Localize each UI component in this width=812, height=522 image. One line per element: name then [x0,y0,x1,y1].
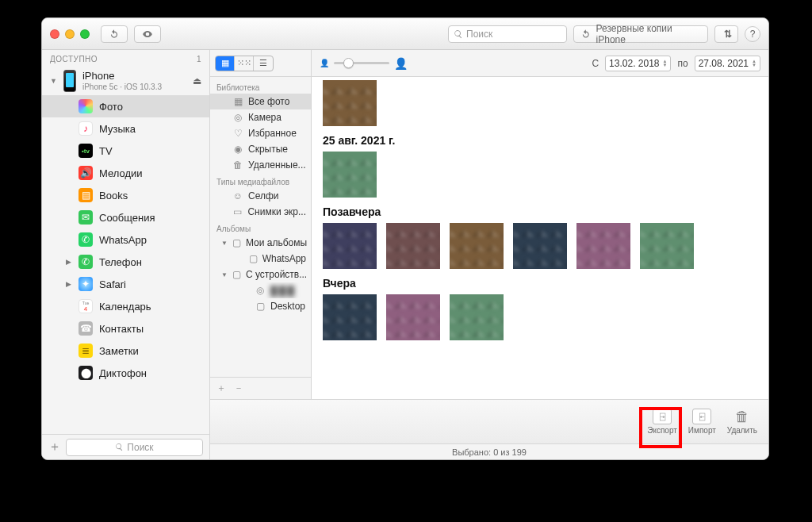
category-ring[interactable]: 🔊Мелодии [42,162,209,184]
chevron-right-icon: ▶ [66,258,72,266]
sidebar-search-placeholder: Поиск [127,442,153,453]
small-grid-view-button[interactable]: ⁙⁙ [235,56,254,71]
library-item[interactable]: ▼▢Мои альбомы [210,235,311,251]
photo-thumbnail[interactable] [513,223,567,269]
photo-thumbnail[interactable] [386,294,440,340]
grid-view-button[interactable]: ▦ [216,56,235,71]
photo-thumbnail[interactable] [640,223,694,269]
library-item-label: Снимки экр... [247,206,306,217]
category-label: Контакты [99,323,144,335]
refresh-button[interactable] [101,25,128,43]
add-button[interactable]: ＋ [48,439,61,455]
library-group-header: Библиотека [210,79,311,94]
library-item-label: Скрытые [248,144,288,155]
photo-thumbnail[interactable] [323,80,377,126]
export-icon: ⍈ [653,409,672,424]
category-books[interactable]: ▤Books [42,184,209,206]
photo-thumbnail[interactable] [323,294,377,340]
category-safari[interactable]: ▶✦Safari [42,273,209,295]
export-label: Экспорт [647,426,677,435]
eject-icon[interactable]: ⏏ [193,75,201,86]
library-item-label: Мои альбомы [246,237,307,248]
import-label: Импорт [688,426,716,435]
library-item[interactable]: ▢Desktop [210,298,311,314]
toolbar-search[interactable]: Поиск [448,25,567,43]
category-contacts[interactable]: ☎Контакты [42,317,209,340]
library-item[interactable]: ◎▓▓▓ [210,282,311,298]
help-button[interactable]: ? [745,26,760,42]
photo-thumbnail[interactable] [323,223,377,269]
category-msg[interactable]: ✉Сообщения [42,206,209,228]
device-sidebar-footer: ＋ Поиск [42,434,209,459]
library-item[interactable]: 🗑Удаленные... [210,157,311,173]
category-cal[interactable]: Tue4Календарь [42,295,209,317]
category-tv[interactable]: •tvTV [42,140,209,162]
zoom-window[interactable] [80,29,90,39]
date-to-stepper[interactable]: ▲▼ [752,59,756,67]
library-item[interactable]: ▭Снимки экр... [210,204,311,220]
library-item-label: Desktop [270,301,305,312]
photo-thumbnail[interactable] [450,223,504,269]
date-to-input[interactable]: 27.08. 2021 ▲▼ [695,56,760,71]
app-window: Поиск Резервные копии iPhone ⇅ ? ДОСТУПН… [41,17,769,460]
device-name: iPhone [82,71,162,82]
date-from-stepper[interactable]: ▲▼ [663,59,668,67]
person-large-icon: 👤 [394,57,408,70]
disclosure-icon: ▼ [221,271,228,278]
library-item[interactable]: ◎Камера [210,109,311,125]
photo-thumbnail[interactable] [576,223,630,269]
backups-dropdown[interactable]: Резервные копии iPhone [573,25,708,43]
thumbnail-row [323,80,757,126]
view-mode-segmented[interactable]: ▦ ⁙⁙ ☰ [215,56,274,71]
settings-button[interactable]: ⇅ [714,25,738,43]
category-label: Календарь [99,301,151,313]
thumbnail-size-slider[interactable]: 👤 👤 [320,57,408,70]
photo-thumbnail[interactable] [450,294,504,340]
date-from-value: 13.02. 2018 [609,58,659,69]
library-item[interactable]: ▼▢С устройств... [210,267,311,282]
view-toolbar: ▦ ⁙⁙ ☰ [210,50,311,77]
add-album-button[interactable]: ＋ [216,382,226,395]
status-bar: Выбрано: 0 из 199 [210,443,768,459]
date-from-input[interactable]: 13.02. 2018 ▲▼ [605,56,671,71]
list-view-button[interactable]: ☰ [254,56,273,71]
date-to-value: 27.08. 2021 [699,58,749,69]
category-voice[interactable]: ⬤Диктофон [42,362,209,384]
device-row[interactable]: ▼ iPhone iPhone 5c · iOS 10.3.3 ⏏ [42,67,209,95]
category-photos[interactable]: Фото [42,95,209,117]
library-item[interactable]: ♡Избранное [210,125,311,141]
remove-album-button[interactable]: － [234,382,243,395]
minimize-window[interactable] [65,29,75,39]
category-notes[interactable]: ≣Заметки [42,340,209,362]
category-label: Books [99,190,128,202]
category-music[interactable]: ♪Музыка [42,117,209,140]
library-item[interactable]: ◉Скрытые [210,141,311,157]
delete-button[interactable]: 🗑 Удалить [727,409,757,435]
folder-icon: ▢ [232,269,241,280]
face-icon: ☺ [232,190,243,202]
window-controls [50,29,90,39]
photo-thumbnail[interactable] [386,223,440,269]
library-item[interactable]: ▢WhatsApp [210,251,311,267]
import-button[interactable]: ⍇ Импорт [688,409,716,435]
search-icon [115,443,124,451]
library-item[interactable]: ☺Селфи [210,188,311,204]
folder-icon: ▢ [249,253,258,264]
photo-thumbnail[interactable] [323,152,377,198]
photo-grid[interactable]: 25 авг. 2021 г.ПозавчераВчера [312,77,768,399]
category-label: TV [99,145,113,157]
close-window[interactable] [50,29,59,39]
sidebar-search[interactable]: Поиск [66,439,203,456]
library-item[interactable]: ▦Все фото [210,94,311,109]
category-label: WhatsApp [99,234,147,246]
preview-button[interactable] [134,25,161,43]
category-wa[interactable]: ✆WhatsApp [42,228,209,251]
category-phone[interactable]: ▶✆Телефон [42,251,209,273]
category-label: Фото [99,101,123,113]
export-button[interactable]: ⍈ Экспорт [647,409,677,435]
date-section-title: Позавчера [323,205,757,218]
action-footer: ⍈ Экспорт ⍇ Импорт 🗑 Удалить [210,399,768,443]
chevron-down-icon: ▼ [50,77,57,85]
backups-label: Резервные копии iPhone [596,23,701,45]
date-section-title: 25 авг. 2021 г. [323,134,757,147]
